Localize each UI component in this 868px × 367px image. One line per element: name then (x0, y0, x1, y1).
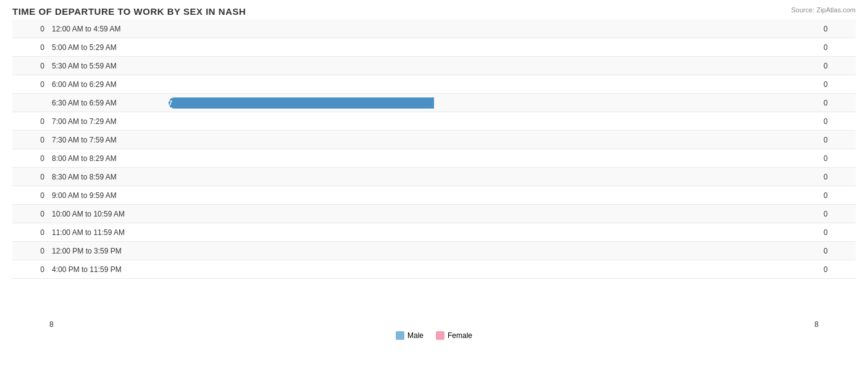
bars-wrapper: 8:30 AM to 8:59 AM (49, 168, 819, 186)
bars-wrapper: 12:00 AM to 4:59 AM (49, 20, 819, 38)
legend-male-box (396, 331, 404, 340)
bars-wrapper: 9:00 AM to 9:59 AM (49, 186, 819, 204)
legend-female-box (436, 331, 444, 340)
bars-wrapper: 5:00 AM to 5:29 AM (49, 38, 819, 56)
source-text: Source: ZipAtlas.com (791, 6, 856, 14)
male-value: 0 (12, 265, 49, 274)
time-label: 8:30 AM to 8:59 AM (49, 173, 119, 181)
chart-row: 07:00 AM to 7:29 AM0 (12, 112, 856, 131)
male-value: 0 (12, 62, 49, 70)
male-value: 0 (12, 117, 49, 126)
male-bar: 7 (169, 97, 434, 109)
legend-female: Female (436, 331, 472, 340)
legend: Male Female (12, 331, 856, 340)
time-label: 5:00 AM to 5:29 AM (49, 43, 119, 52)
female-value: 0 (819, 25, 856, 33)
bars-wrapper: 11:00 AM to 11:59 AM (49, 223, 819, 241)
time-label: 9:00 AM to 9:59 AM (49, 191, 119, 200)
time-label: 11:00 AM to 11:59 AM (49, 228, 127, 237)
time-label: 6:00 AM to 6:29 AM (49, 80, 119, 89)
legend-female-label: Female (448, 331, 472, 340)
chart-row: 76:30 AM to 6:59 AM0 (12, 94, 856, 112)
legend-male-label: Male (407, 331, 424, 340)
time-label: 10:00 AM to 10:59 AM (49, 210, 127, 218)
bars-wrapper: 7:00 AM to 7:29 AM (49, 112, 819, 130)
female-value: 0 (819, 154, 856, 163)
bars-wrapper: 12:00 PM to 3:59 PM (49, 242, 819, 260)
male-value: 0 (12, 228, 49, 237)
time-label: 5:30 AM to 5:59 AM (49, 62, 119, 70)
chart-row: 06:00 AM to 6:29 AM0 (12, 75, 856, 94)
male-value: 0 (12, 43, 49, 52)
axis-right: 8 (814, 320, 819, 329)
chart-row: 05:30 AM to 5:59 AM0 (12, 57, 856, 75)
bars-wrapper: 6:00 AM to 6:29 AM (49, 75, 819, 93)
male-value: 0 (12, 210, 49, 218)
chart-row: 04:00 PM to 11:59 PM0 (12, 260, 856, 279)
chart-row: 08:30 AM to 8:59 AM0 (12, 168, 856, 186)
chart-row: 012:00 PM to 3:59 PM0 (12, 242, 856, 260)
bars-wrapper: 5:30 AM to 5:59 AM (49, 57, 819, 75)
chart-title: TIME OF DEPARTURE TO WORK BY SEX IN NASH (12, 6, 856, 17)
time-label: 12:00 PM to 3:59 PM (49, 247, 124, 255)
bars-wrapper: 4:00 PM to 11:59 PM (49, 260, 819, 278)
chart-row: 09:00 AM to 9:59 AM0 (12, 186, 856, 205)
chart-row: 010:00 AM to 10:59 AM0 (12, 205, 856, 223)
female-value: 0 (819, 62, 856, 70)
chart-row: 012:00 AM to 4:59 AM0 (12, 20, 856, 38)
chart-row: 05:00 AM to 5:29 AM0 (12, 38, 856, 57)
time-label: 4:00 PM to 11:59 PM (49, 265, 124, 274)
bars-wrapper: 7:30 AM to 7:59 AM (49, 131, 819, 149)
time-label: 7:00 AM to 7:29 AM (49, 117, 119, 126)
time-label: 7:30 AM to 7:59 AM (49, 136, 119, 144)
female-value: 0 (819, 80, 856, 89)
time-label: 6:30 AM to 6:59 AM (49, 99, 119, 107)
male-value: 0 (12, 247, 49, 255)
male-bar-value: 7 (169, 99, 175, 107)
time-label: 12:00 AM to 4:59 AM (49, 25, 123, 33)
bottom-axis: 8 8 (12, 320, 856, 329)
legend-male: Male (396, 331, 424, 340)
male-value: 0 (12, 136, 49, 144)
male-value: 0 (12, 173, 49, 181)
female-value: 0 (819, 191, 856, 200)
bars-wrapper: 8:00 AM to 8:29 AM (49, 149, 819, 167)
male-value: 0 (12, 80, 49, 89)
male-value: 0 (12, 191, 49, 200)
male-value: 0 (12, 25, 49, 33)
chart-area: 012:00 AM to 4:59 AM005:00 AM to 5:29 AM… (12, 20, 856, 319)
female-value: 0 (819, 136, 856, 144)
female-value: 0 (819, 43, 856, 52)
female-value: 0 (819, 210, 856, 218)
female-value: 0 (819, 173, 856, 181)
female-value: 0 (819, 117, 856, 126)
chart-row: 011:00 AM to 11:59 AM0 (12, 223, 856, 242)
bars-wrapper: 10:00 AM to 10:59 AM (49, 205, 819, 223)
time-label: 8:00 AM to 8:29 AM (49, 154, 119, 163)
male-value: 0 (12, 154, 49, 163)
chart-row: 08:00 AM to 8:29 AM0 (12, 149, 856, 168)
female-value: 0 (819, 228, 856, 237)
female-value: 0 (819, 265, 856, 274)
axis-left: 8 (49, 320, 54, 329)
female-value: 0 (819, 99, 856, 107)
bars-wrapper: 76:30 AM to 6:59 AM (49, 94, 819, 112)
female-value: 0 (819, 247, 856, 255)
chart-row: 07:30 AM to 7:59 AM0 (12, 131, 856, 149)
chart-container: TIME OF DEPARTURE TO WORK BY SEX IN NASH… (0, 0, 868, 367)
